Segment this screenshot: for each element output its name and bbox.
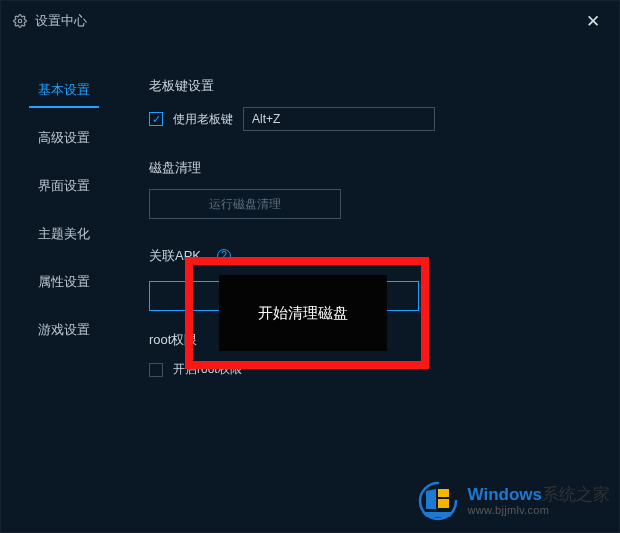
window-title: 设置中心 xyxy=(35,12,87,30)
watermark-text: Windows系统之家 www.bjjmlv.com xyxy=(468,485,610,517)
sidebar-item-interface[interactable]: 界面设置 xyxy=(1,175,127,197)
close-button[interactable]: ✕ xyxy=(579,7,607,35)
sidebar: 基本设置 高级设置 界面设置 主题美化 属性设置 游戏设置 xyxy=(1,41,127,532)
watermark-brand-suffix: 系统之家 xyxy=(542,485,610,504)
watermark-brand: Windows系统之家 xyxy=(468,485,610,505)
sidebar-item-label: 高级设置 xyxy=(38,130,90,145)
settings-window: 设置中心 ✕ 基本设置 高级设置 界面设置 主题美化 属性设置 游戏设置 xyxy=(0,0,620,533)
run-disk-clean-button[interactable]: 运行磁盘清理 xyxy=(149,189,341,219)
sidebar-item-label: 主题美化 xyxy=(38,226,90,241)
sidebar-item-label: 属性设置 xyxy=(38,274,90,289)
disk-clean-section-label: 磁盘清理 xyxy=(149,159,595,177)
boss-key-row: 使用老板键 xyxy=(149,107,595,131)
gear-icon xyxy=(13,14,27,28)
sidebar-item-label: 游戏设置 xyxy=(38,322,90,337)
sidebar-item-game[interactable]: 游戏设置 xyxy=(1,319,127,341)
boss-key-checkbox[interactable] xyxy=(149,112,163,126)
svg-point-0 xyxy=(18,19,22,23)
watermark: Windows系统之家 www.bjjmlv.com xyxy=(416,479,610,523)
sidebar-item-theme[interactable]: 主题美化 xyxy=(1,223,127,245)
run-disk-clean-button-label: 运行磁盘清理 xyxy=(209,197,281,211)
boss-key-input[interactable] xyxy=(243,107,435,131)
watermark-url: www.bjjmlv.com xyxy=(468,504,610,517)
sidebar-item-properties[interactable]: 属性设置 xyxy=(1,271,127,293)
boss-key-section-label: 老板键设置 xyxy=(149,77,595,95)
root-checkbox[interactable] xyxy=(149,363,163,377)
watermark-brand-main: Windows xyxy=(468,485,542,504)
sidebar-item-advanced[interactable]: 高级设置 xyxy=(1,127,127,149)
windows-logo-icon xyxy=(416,479,460,523)
sidebar-item-basic[interactable]: 基本设置 xyxy=(1,79,127,101)
svg-rect-1 xyxy=(438,489,449,497)
close-icon: ✕ xyxy=(586,13,600,30)
svg-rect-2 xyxy=(438,499,449,508)
popup-text: 开始清理磁盘 xyxy=(258,304,348,323)
title-bar: 设置中心 ✕ xyxy=(1,1,619,41)
sidebar-item-label: 界面设置 xyxy=(38,178,90,193)
boss-key-checkbox-label: 使用老板键 xyxy=(173,111,233,128)
sidebar-item-label: 基本设置 xyxy=(38,82,90,97)
popup-start-disk-clean: 开始清理磁盘 xyxy=(219,275,387,351)
